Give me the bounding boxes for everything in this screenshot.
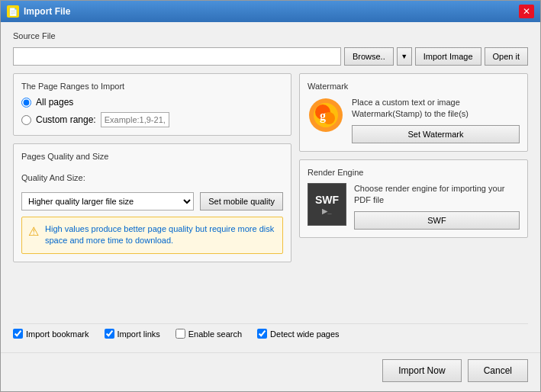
warning-text: High values produce better page quality … — [45, 223, 276, 247]
checkboxes-row: Import bookmark Import links Enable sear… — [13, 323, 528, 343]
source-file-input[interactable] — [13, 47, 341, 66]
import-bookmark-checkbox-item: Import bookmark — [13, 329, 89, 339]
radio-group: All pages Custom range: — [21, 97, 283, 127]
warning-box: ⚠ High values produce better page qualit… — [21, 217, 283, 254]
import-file-dialog: 📄 Import File ✕ Source File Browse.. ▼ I… — [0, 0, 541, 392]
swf-button[interactable]: SWF — [354, 211, 520, 230]
quality-row: Higher quality larger file size Medium q… — [21, 192, 283, 210]
watermark-title: Watermark — [308, 82, 520, 91]
all-pages-row: All pages — [21, 97, 283, 108]
warning-icon: ⚠ — [28, 224, 39, 239]
window-title: Import File — [24, 6, 519, 17]
close-button[interactable]: ✕ — [519, 5, 534, 18]
import-image-button[interactable]: Import Image — [415, 47, 481, 66]
page-ranges-panel: The Page Ranges to Import All pages Cust… — [13, 73, 291, 136]
enable-search-label: Enable search — [188, 329, 242, 339]
dialog-footer: Import Now Cancel — [1, 352, 540, 391]
render-info: Choose render engine for importing your … — [354, 183, 520, 230]
dialog-content: Source File Browse.. ▼ Import Image Open… — [1, 22, 540, 352]
import-bookmark-label: Import bookmark — [26, 329, 89, 339]
custom-range-label[interactable]: Custom range: — [36, 114, 96, 125]
range-input[interactable] — [101, 112, 169, 127]
set-watermark-button[interactable]: Set Watermark — [352, 125, 520, 143]
set-mobile-quality-button[interactable]: Set mobile quality — [200, 192, 283, 210]
browse-button[interactable]: Browse.. — [344, 47, 394, 66]
detect-wide-pages-checkbox[interactable] — [257, 329, 267, 339]
source-file-row: Browse.. ▼ Import Image Open it — [13, 47, 528, 66]
render-engine-panel: Render Engine SWF ▶_ Choose render engin… — [299, 159, 528, 238]
watermark-logo-icon: g — [308, 97, 344, 133]
enable-search-checkbox[interactable] — [176, 329, 185, 339]
quality-panel: Pages Quality and Size Quality And Size:… — [13, 143, 291, 262]
import-links-label: Import links — [118, 329, 160, 339]
import-links-checkbox[interactable] — [105, 329, 114, 339]
titlebar: 📄 Import File ✕ — [1, 1, 540, 22]
open-it-button[interactable]: Open it — [485, 47, 528, 66]
page-ranges-title: The Page Ranges to Import — [21, 82, 283, 91]
quality-title: Pages Quality and Size — [21, 152, 283, 161]
window-icon: 📄 — [7, 5, 19, 18]
left-section: The Page Ranges to Import All pages Cust… — [13, 73, 291, 316]
quality-subtitle: Quality And Size: — [21, 173, 283, 182]
quality-select[interactable]: Higher quality larger file size Medium q… — [21, 192, 194, 210]
enable-search-checkbox-item: Enable search — [176, 329, 242, 339]
detect-wide-pages-checkbox-item: Detect wide pages — [257, 329, 340, 339]
watermark-info: Place a custom text or image Watermark(S… — [352, 97, 520, 143]
render-engine-title: Render Engine — [308, 168, 520, 177]
browse-dropdown-button[interactable]: ▼ — [397, 47, 412, 66]
main-sections: The Page Ranges to Import All pages Cust… — [13, 73, 528, 316]
watermark-description: Place a custom text or image Watermark(S… — [352, 97, 520, 120]
render-engine-description: Choose render engine for importing your … — [354, 183, 520, 207]
import-now-button[interactable]: Import Now — [382, 359, 461, 382]
right-section: Watermark g Place a custom text or image… — [299, 73, 528, 316]
chevron-down-icon: ▼ — [401, 53, 407, 60]
custom-range-radio[interactable] — [21, 115, 31, 125]
all-pages-label[interactable]: All pages — [36, 97, 73, 108]
svg-text:g: g — [320, 109, 326, 123]
source-file-label: Source File — [13, 31, 528, 40]
swf-logo-icon: SWF ▶_ — [308, 183, 346, 226]
import-bookmark-checkbox[interactable] — [13, 329, 23, 339]
render-content: SWF ▶_ Choose render engine for importin… — [308, 183, 520, 230]
source-file-section: Source File Browse.. ▼ Import Image Open… — [13, 31, 528, 66]
all-pages-radio[interactable] — [21, 98, 31, 108]
custom-range-row: Custom range: — [21, 112, 283, 127]
cancel-button[interactable]: Cancel — [468, 359, 528, 382]
watermark-panel: Watermark g Place a custom text or image… — [299, 73, 528, 152]
watermark-content: g Place a custom text or image Watermark… — [308, 97, 520, 143]
detect-wide-pages-label: Detect wide pages — [270, 329, 340, 339]
import-links-checkbox-item: Import links — [105, 329, 160, 339]
